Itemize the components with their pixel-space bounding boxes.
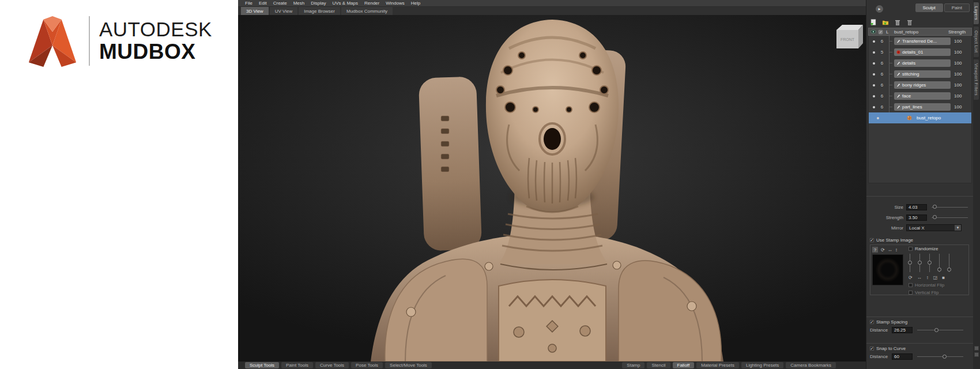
layer-row-details-01[interactable]: 5 details_01 100 [869,47,971,58]
layer-visibility-dot[interactable] [873,73,875,76]
view-cube[interactable]: FRONT [831,22,864,51]
size-slider[interactable] [932,207,968,208]
layer-strength[interactable]: 100 [954,39,971,44]
layer-visibility-dot[interactable] [873,40,875,43]
random-slider[interactable] [949,254,949,272]
randomize-vertical-icon[interactable]: ↕ [926,275,929,280]
menu-edit[interactable]: Edit [259,1,267,6]
layer-strength[interactable]: 100 [954,50,971,55]
scroll-up-button[interactable] [974,346,979,351]
layer-strength[interactable]: 100 [954,61,971,66]
layer-visibility-dot[interactable] [873,84,875,86]
tab-image-browser[interactable]: Image Browser [299,7,340,15]
strength-slider[interactable] [932,217,968,218]
layer-name-pill[interactable]: details [894,59,951,67]
layer-name-pill[interactable]: face [894,92,951,100]
side-tab-layers[interactable]: Layers [974,2,979,24]
randomize-export-icon[interactable]: ◲ [933,275,938,280]
new-layer-icon[interactable] [870,19,877,26]
tray-tab-stencil[interactable]: Stencil [647,362,670,368]
tray-tab-material-presets[interactable]: Material Presets [696,362,739,368]
randomize-horizontal-icon[interactable]: ↔ [917,275,922,280]
side-tab-object-list[interactable]: Object List [974,27,979,57]
snap-to-curve-checkbox[interactable] [870,347,874,351]
layer-name-pill[interactable]: details_01 [894,48,951,56]
tray-tab-stamp[interactable]: Stamp [622,362,644,368]
tab-3d-view[interactable]: 3D View [241,7,269,15]
layer-row-face[interactable]: 6 face 100 [869,91,971,101]
strength-column-header: Strength [948,29,971,35]
panel-menu-button[interactable]: ▸ [876,5,883,13]
menu-display[interactable]: Display [311,1,326,6]
sculpt-layer-icon [896,105,900,109]
layer-visibility-dot[interactable] [873,51,875,54]
stamp-flip-h-icon[interactable]: ↔ [888,247,892,253]
stamp-spacing-distance-input[interactable]: 26.25 [892,327,913,333]
layer-row-bony-ridges[interactable]: 6 bony ridges 100 [869,80,971,91]
layer-name-pill[interactable]: Transferred De... [894,37,951,45]
snap-to-curve-slider[interactable] [917,356,963,357]
menu-uvs-maps[interactable]: UVs & Maps [333,1,358,6]
open-folder-icon[interactable] [882,19,889,26]
layer-strength[interactable]: 100 [954,93,971,99]
side-tab-viewport-filters[interactable]: Viewport Filters [974,59,979,100]
strength-input[interactable]: 3.50 [906,214,927,221]
layer-row-stitching[interactable]: 6 stitching 100 [869,69,971,80]
tab-mudbox-community[interactable]: Mudbox Community [341,7,393,15]
layer-row-part-lines[interactable]: 6 part_lines 100 [869,101,971,112]
horizontal-flip-checkbox[interactable] [909,283,913,287]
menu-windows[interactable]: Windows [386,1,404,6]
viewport-3d[interactable]: FRONT [238,15,866,362]
stamp-help-button[interactable]: ? [872,247,878,253]
stamp-spacing-slider[interactable] [917,330,963,330]
mirror-dropdown[interactable]: Local X ▼ [906,224,962,231]
tray-tab-paint-tools[interactable]: Paint Tools [281,362,313,368]
tray-tab-pose-tools[interactable]: Pose Tools [351,362,383,368]
tray-tab-curve-tools[interactable]: Curve Tools [315,362,349,368]
size-input[interactable]: 4.03 [906,204,927,210]
menu-mesh[interactable]: Mesh [293,1,305,6]
tab-uv-view[interactable]: UV View [270,7,298,15]
stamp-spacing-checkbox[interactable] [870,320,874,324]
layer-strength[interactable]: 100 [954,82,971,88]
tray-tab-falloff[interactable]: Falloff [673,362,695,368]
menu-render[interactable]: Render [364,1,379,6]
layer-name-pill[interactable]: stitching [894,70,951,78]
use-stamp-checkbox[interactable] [870,238,874,242]
layer-name-pill[interactable]: bony ridges [894,81,951,89]
selected-mesh-row[interactable]: bust_retopo [869,112,971,123]
tab-paint-layers[interactable]: Paint [944,3,970,12]
tab-sculpt-layers[interactable]: Sculpt [915,3,943,12]
tray-tab-lighting-presets[interactable]: Lighting Presets [741,362,783,368]
layer-visibility-dot[interactable] [873,106,875,108]
layer-strength[interactable]: 100 [954,71,971,77]
random-slider[interactable] [919,254,920,272]
stamp-thumbnail[interactable] [872,254,903,285]
snap-to-curve-distance-input[interactable]: 60 [892,353,913,360]
random-slider[interactable] [939,254,940,272]
stamp-rotate-icon[interactable]: ⟳ [881,247,885,253]
layer-visibility-dot[interactable] [873,62,875,65]
menu-create[interactable]: Create [273,1,287,6]
random-slider[interactable] [910,254,910,272]
randomize-rotate-icon[interactable]: ⟳ [909,275,913,280]
delete-layer-icon[interactable] [894,19,901,26]
tray-tab-sculpt-tools[interactable]: Sculpt Tools [245,362,279,368]
erase-layer-icon[interactable] [906,19,913,26]
randomize-square-icon[interactable]: ■ [942,275,945,280]
layer-name-pill[interactable]: part_lines [894,103,951,111]
tray-tab-select-move-tools[interactable]: Select/Move Tools [385,362,432,368]
layer-visibility-dot[interactable] [877,117,879,119]
stamp-flip-v-icon[interactable]: ↕ [895,247,898,253]
layer-row-transferred-details[interactable]: 6 Transferred De... 100 [869,36,971,47]
menu-file[interactable]: File [245,1,252,6]
layer-visibility-dot[interactable] [873,95,875,97]
randomize-checkbox[interactable] [909,247,913,251]
random-slider[interactable] [929,254,930,272]
tray-tab-camera-bookmarks[interactable]: Camera Bookmarks [786,362,836,368]
layer-strength[interactable]: 100 [954,104,971,110]
vertical-flip-checkbox[interactable] [909,291,913,295]
menu-help[interactable]: Help [411,1,420,6]
scroll-down-button[interactable] [974,352,979,357]
layer-row-details[interactable]: 6 details 100 [869,58,971,69]
